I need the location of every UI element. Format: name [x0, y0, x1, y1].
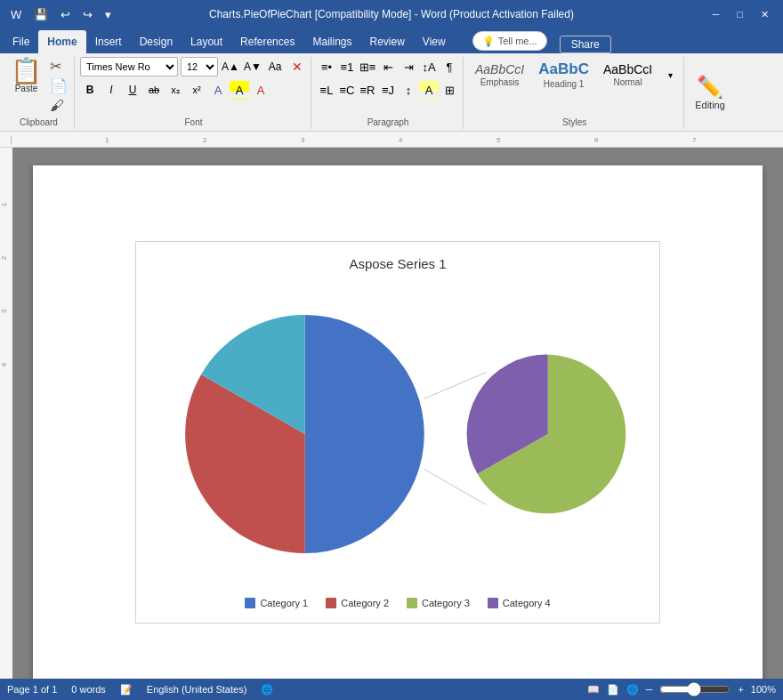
show-marks-button[interactable]: ¶	[440, 57, 459, 76]
legend-item-1: Category 1	[245, 598, 308, 608]
style-normal[interactable]: AaBbCcI Normal	[597, 59, 658, 91]
paste-button[interactable]: 📋 Paste	[7, 57, 45, 95]
ruler-svg: │ 1 2 3 4 5 6 7	[7, 132, 772, 146]
bullets-button[interactable]: ≡•	[317, 57, 336, 76]
numbering-button[interactable]: ≡1	[337, 57, 357, 76]
editing-button[interactable]: ✏️ Editing	[695, 75, 725, 110]
bold-button[interactable]: B	[80, 80, 100, 100]
minimize-button[interactable]: ─	[706, 7, 727, 21]
align-right-button[interactable]: ≡R	[358, 80, 377, 100]
read-mode-icon[interactable]: 📖	[587, 684, 600, 696]
close-button[interactable]: ✕	[754, 7, 776, 22]
superscript-button[interactable]: x²	[187, 80, 206, 100]
svg-text:5: 5	[496, 136, 501, 144]
chart-title: Aspose Series 1	[349, 256, 446, 271]
justify-button[interactable]: ≡J	[378, 80, 398, 100]
subscript-button[interactable]: x₂	[165, 80, 185, 100]
page-info: Page 1 of 1	[7, 684, 57, 695]
svg-rect-0	[7, 132, 772, 146]
format-painter-button[interactable]: 🖌	[47, 96, 70, 115]
share-button[interactable]: Share	[560, 36, 611, 53]
chart-svg	[150, 292, 645, 576]
legend-color-3	[407, 598, 417, 608]
svg-text:2: 2	[0, 255, 8, 260]
word-icon: W	[7, 6, 25, 23]
minus-zoom-icon[interactable]: ─	[646, 684, 653, 695]
font-name-select[interactable]: Times New Ro	[80, 57, 178, 76]
maximize-button[interactable]: □	[730, 7, 750, 21]
grow-font-button[interactable]: A▲	[221, 57, 240, 76]
style-heading1-label: Heading 1	[544, 79, 585, 89]
left-ruler-svg: 1 2 3 4	[0, 148, 12, 679]
line-spacing-button[interactable]: ↕	[399, 80, 418, 100]
align-center-button[interactable]: ≡C	[337, 80, 357, 100]
decrease-indent-button[interactable]: ⇤	[378, 57, 398, 76]
font-size-select[interactable]: 12	[181, 57, 218, 76]
redo-icon[interactable]: ↪	[79, 6, 96, 23]
font-group: Times New Ro 12 A▲ A▼ Aa ✕ B I U ab x₂ x…	[77, 57, 311, 129]
shading-button[interactable]: A	[419, 80, 439, 100]
tab-home[interactable]: Home	[38, 30, 85, 53]
underline-button[interactable]: U	[123, 80, 142, 100]
change-case-button[interactable]: Aa	[265, 57, 285, 76]
web-view-icon[interactable]: 🌐	[626, 684, 639, 696]
svg-text:4: 4	[0, 362, 8, 366]
italic-button[interactable]: I	[101, 80, 121, 100]
svg-text:7: 7	[692, 136, 697, 144]
save-icon[interactable]: 💾	[30, 6, 52, 23]
increase-indent-button[interactable]: ⇥	[399, 57, 418, 76]
tab-review[interactable]: Review	[360, 30, 413, 53]
page: Aspose Series 1	[33, 165, 763, 679]
style-emphasis[interactable]: AaBbCcI Emphasis	[469, 59, 530, 91]
svg-text:│: │	[9, 135, 13, 145]
undo-icon[interactable]: ↩	[57, 6, 74, 23]
status-right: 📖 📄 🌐 ─ + 100%	[587, 682, 776, 696]
legend-item-3: Category 3	[407, 598, 470, 608]
language-icon: 🌐	[261, 684, 273, 696]
copy-button[interactable]: 📄	[47, 76, 70, 95]
align-left-button[interactable]: ≡L	[317, 80, 336, 100]
borders-button[interactable]: ⊞	[440, 80, 459, 100]
qat-dropdown-icon[interactable]: ▾	[101, 6, 115, 23]
highlight-button[interactable]: A	[230, 80, 249, 100]
qat: W 💾 ↩ ↪ ▾	[7, 6, 115, 23]
tab-file[interactable]: File	[4, 30, 38, 53]
multilevel-button[interactable]: ⊞≡	[358, 57, 377, 76]
legend-color-4	[488, 598, 498, 608]
legend-label-1: Category 1	[260, 598, 308, 608]
plus-zoom-icon[interactable]: +	[738, 684, 743, 695]
title-bar: W 💾 ↩ ↪ ▾ Charts.PieOfPieChart [Compatib…	[0, 0, 783, 28]
editing-icon: ✏️	[697, 75, 723, 100]
font-color-button[interactable]: A	[251, 80, 270, 100]
shrink-font-button[interactable]: A▼	[243, 57, 262, 76]
tab-references[interactable]: References	[231, 30, 303, 53]
style-heading1[interactable]: AaBbC Heading 1	[532, 57, 595, 93]
tab-design[interactable]: Design	[131, 30, 182, 53]
legend-item-2: Category 2	[326, 598, 389, 608]
svg-text:3: 3	[0, 309, 8, 313]
styles-more-button[interactable]: ▾	[660, 65, 680, 84]
word-count: 0 words	[71, 684, 106, 695]
zoom-slider[interactable]	[659, 682, 731, 696]
cut-button[interactable]: ✂	[47, 57, 70, 76]
legend-label-3: Category 3	[422, 598, 470, 608]
paste-icon: 📋	[11, 59, 42, 84]
tab-insert[interactable]: Insert	[86, 30, 131, 53]
text-effects-button[interactable]: A	[208, 80, 228, 100]
svg-rect-9	[0, 148, 12, 679]
tell-me-text: Tell me...	[498, 36, 537, 46]
zoom-percent: 100%	[751, 684, 776, 695]
tab-layout[interactable]: Layout	[182, 30, 231, 53]
ribbon-tabs: File Home Insert Design Layout Reference…	[0, 28, 783, 53]
svg-line-15	[424, 470, 487, 505]
language: English (United States)	[147, 684, 247, 695]
styles-group-label: Styles	[469, 117, 680, 129]
clear-format-button[interactable]: ✕	[287, 57, 307, 76]
tab-mailings[interactable]: Mailings	[303, 30, 360, 53]
print-layout-icon[interactable]: 📄	[607, 684, 619, 696]
tell-me-box[interactable]: 💡 Tell me...	[472, 31, 547, 51]
tab-view[interactable]: View	[414, 30, 455, 53]
strikethrough-button[interactable]: ab	[144, 80, 164, 100]
svg-text:3: 3	[301, 136, 305, 144]
sort-button[interactable]: ↕A	[419, 57, 439, 76]
